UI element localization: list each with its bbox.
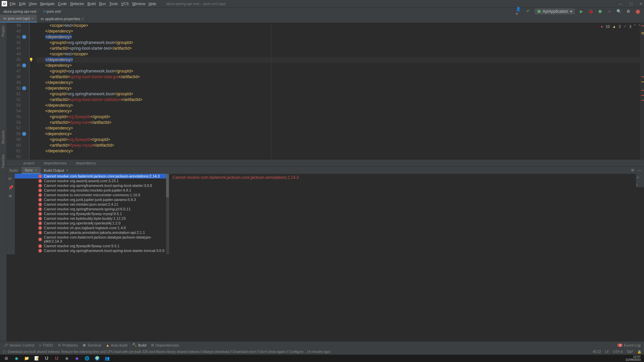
build-tool[interactable]: 🔨Build [132,343,146,347]
wrap-icon[interactable]: ⤶ [636,175,644,180]
build-error-tree[interactable]: !Cannot resolve com.fasterxml.jackson.co… [15,174,169,254]
vcs-tool[interactable]: ⎇Version Control [3,343,34,347]
refresh-icon[interactable]: ⟳ [8,176,13,181]
menu-run[interactable]: Run [99,2,106,6]
search-icon[interactable]: 🔍 [616,8,622,14]
problems-tool[interactable]: ⊘Problems [58,343,78,347]
scroll-icon[interactable]: ↕ [636,183,644,187]
app-icon[interactable]: ◉ [72,355,82,362]
favorites-tool-label[interactable]: Favorites [1,154,5,168]
breadcrumb-project[interactable]: project [23,161,35,165]
code-line[interactable]: <groupId>org.springframework.boot</group… [36,40,644,46]
status-message[interactable]: Download pre-built shared indexes: Reduc… [8,350,331,354]
dependencies-tool[interactable]: ⊞Dependencies [151,343,179,347]
code-line[interactable]: <artifactId>flyway-mysql</artifactId> [36,143,644,148]
teams-icon[interactable]: 👥 [102,355,112,362]
code-editor[interactable]: <scope>test</scope> </dependency> <depen… [30,23,644,160]
build-error-item[interactable]: !Cannot resolve ch.qos.logback:logback-c… [15,225,169,230]
inspections-widget[interactable]: ●10 ▲2 ✓3 ˄ ˅ [601,24,641,29]
code-line[interactable]: <scope>test</scope> [36,23,644,29]
project-tool-label[interactable]: Project [1,26,5,37]
code-line[interactable]: </dependency> [36,125,644,131]
code-line[interactable]: <dependency> [36,86,644,91]
plugin-icon[interactable]: ⬤ [635,8,641,14]
breadcrumb-file[interactable]: pom.xml [47,9,61,13]
error-stripe[interactable] [640,23,644,160]
start-button[interactable]: ⊞ [1,355,11,362]
code-line[interactable]: <groupId>org.springframework.boot</group… [36,68,644,74]
debug-button[interactable]: 🐞 [588,8,594,14]
obs-icon[interactable]: ◉ [62,355,72,362]
chevron-up-icon[interactable]: ˄ [634,24,636,29]
run-coverage-button[interactable]: ⬣ [597,8,603,14]
indent-info[interactable]: Tab* [627,350,633,354]
line-separator[interactable]: LF [605,350,609,354]
build-error-item[interactable]: !Cannot resolve org.springframework:spri… [15,207,169,211]
run-button[interactable]: ▶ [578,8,584,14]
indexing-icon[interactable]: ▢ [3,350,6,354]
build-error-item[interactable]: !Cannot resolve com.fasterxml.jackson.co… [15,174,169,178]
explorer-icon[interactable]: 📁 [21,355,32,362]
menu-window[interactable]: Window [132,2,145,6]
build-error-item[interactable]: !Cannot resolve org.flywaydb:flyway-core… [15,244,169,248]
tab-applicationproperties[interactable]: mapplication.properties × [37,15,87,22]
build-error-item[interactable]: !Cannot resolve org.flywaydb:flyway-mysq… [15,211,169,216]
build-error-item[interactable]: !Cannot resolve io.micrometer:micrometer… [15,193,169,197]
menu-view[interactable]: View [29,2,37,6]
build-error-item[interactable]: !Cannot resolve com.fasterxml.jackson.da… [15,235,169,244]
code-line[interactable]: <scope>test</scope> [36,51,644,57]
menu-vcs[interactable]: VCS [121,2,129,6]
back-arrow-icon[interactable]: ↶ [525,8,531,14]
lock-icon[interactable]: 🔒 [637,350,641,354]
structure-tool-label[interactable]: Structure [1,131,5,144]
build-tab-sync[interactable]: Sync × [21,167,41,174]
event-log-tool[interactable]: 2Event Log [617,343,641,347]
build-error-item[interactable]: !Cannot resolve net.bytebuddy:byte-buddy… [15,216,169,221]
code-line[interactable]: <artifactId>flyway-core</artifactId> [36,120,644,125]
code-line[interactable]: </dependency> [36,29,644,34]
line-gutter[interactable]: 394041424344💡454647484950515253545556575… [7,23,23,160]
build-error-item[interactable]: !Cannot resolve org.assertj:assertj-core… [15,178,169,183]
user-add-icon[interactable]: 👤▾ [516,8,522,14]
menu-code[interactable]: Code [58,2,67,6]
code-line[interactable]: <artifactId>spring-boot-starter-data-jpa… [36,74,644,80]
close-tab-icon[interactable]: × [82,17,84,21]
code-line[interactable]: <groupId>org.flywaydb</groupId> [36,137,644,143]
code-line[interactable]: <dependency> [36,108,644,114]
code-line[interactable]: <dependency> [36,34,644,40]
build-error-item[interactable]: !Cannot resolve org.springframework.boot… [15,183,169,188]
scrollbar[interactable] [166,174,169,254]
build-error-item[interactable]: !Cannot resolve org.junit.jupiter:junit-… [15,197,169,202]
edge-icon[interactable]: ◉ [11,355,21,362]
breadcrumb-dependencies[interactable]: dependencies [44,161,67,165]
globe-icon[interactable]: 🌍 [92,355,102,362]
maximize-icon[interactable]: ▢ [629,2,633,6]
code-line[interactable]: <artifactId>spring-boot-starter-test</ar… [36,46,644,51]
cursor-position[interactable]: 45:22 [593,350,601,354]
file-encoding[interactable]: UTF-8 [613,350,623,354]
intellij2-taskbar-icon[interactable]: IJ [52,355,62,362]
code-line[interactable] [36,154,644,160]
code-line[interactable]: </dependency> [36,103,644,108]
menu-tools[interactable]: Tools [109,2,118,6]
menu-file[interactable]: File [10,2,16,6]
code-line[interactable]: <artifactId>spring-boot-starter-validati… [36,97,644,103]
close-tab-icon[interactable]: × [66,168,68,172]
code-line[interactable]: <groupId>org.flywaydb</groupId> [36,114,644,120]
terminal-tool[interactable]: ▣Terminal [83,343,101,347]
notepad-icon[interactable]: 📝 [32,355,42,362]
gutter-maven-icon[interactable] [22,63,26,67]
code-line[interactable]: </dependency> [36,148,644,154]
code-line[interactable]: <dependency> [36,131,644,137]
build-error-item[interactable]: !Cannot resolve org.springframework.boot… [15,248,169,253]
menu-help[interactable]: Help [149,2,156,6]
gutter-maven-icon[interactable] [22,35,26,39]
gutter-maven-icon[interactable] [22,132,26,136]
code-line[interactable]: </dependency> [36,57,644,63]
gear-icon[interactable]: ⚙ [631,168,634,172]
system-clock[interactable]: 12:07 21/08/2023 [626,355,643,361]
settings-icon[interactable]: ⚙ [625,8,631,14]
run-config-selector[interactable]: ⬢ ApiApplication ▾ [535,8,575,14]
menu-build[interactable]: Build [88,2,96,6]
build-tab-output[interactable]: Build Output × [41,167,72,174]
